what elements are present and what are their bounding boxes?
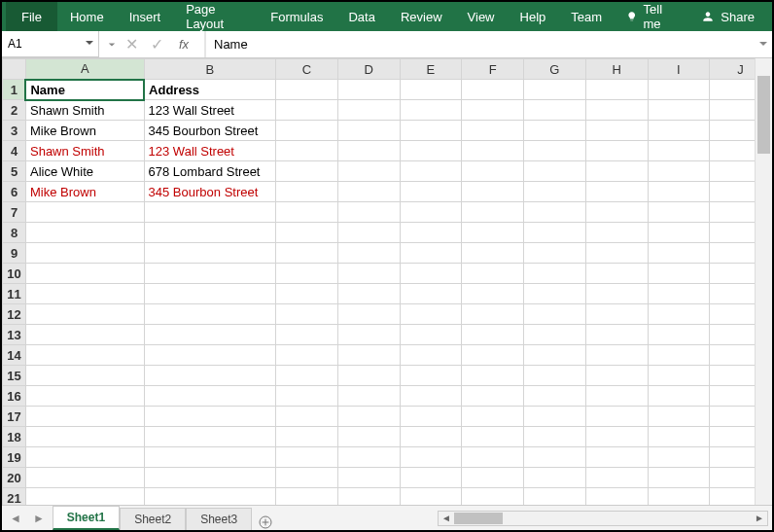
tell-me[interactable]: Tell me xyxy=(615,2,687,31)
cell-H11[interactable] xyxy=(585,284,648,304)
cell-D7[interactable] xyxy=(337,202,400,223)
cell-B12[interactable] xyxy=(144,304,276,325)
cell-D12[interactable] xyxy=(337,304,400,325)
cell-A13[interactable] xyxy=(25,325,144,345)
cell-E1[interactable] xyxy=(400,80,462,100)
cell-B7[interactable] xyxy=(144,202,276,223)
cell-H9[interactable] xyxy=(585,243,648,264)
cell-C18[interactable] xyxy=(276,427,338,447)
row-header-2[interactable]: 2 xyxy=(3,100,26,121)
cell-G9[interactable] xyxy=(524,243,586,264)
cell-C21[interactable] xyxy=(276,488,338,506)
cell-I11[interactable] xyxy=(648,284,710,304)
cell-H2[interactable] xyxy=(585,100,648,121)
cell-C12[interactable] xyxy=(276,304,338,325)
row-header-3[interactable]: 3 xyxy=(3,121,26,141)
cell-A14[interactable] xyxy=(25,345,144,366)
cell-H6[interactable] xyxy=(585,182,648,202)
cell-A18[interactable] xyxy=(25,427,144,447)
share-button[interactable]: Share xyxy=(687,10,768,24)
cell-E8[interactable] xyxy=(400,223,462,243)
cell-H19[interactable] xyxy=(585,447,648,468)
cell-E2[interactable] xyxy=(400,100,462,121)
cell-E17[interactable] xyxy=(400,407,462,427)
sheet-nav-next-icon[interactable]: ► xyxy=(33,512,45,525)
cell-B11[interactable] xyxy=(144,284,276,304)
cell-I14[interactable] xyxy=(648,345,710,366)
row-header-9[interactable]: 9 xyxy=(3,243,26,264)
cell-H8[interactable] xyxy=(585,223,648,243)
name-box-dropdown-icon[interactable] xyxy=(85,37,94,51)
cell-D14[interactable] xyxy=(337,345,400,366)
cell-E18[interactable] xyxy=(400,427,462,447)
cell-F21[interactable] xyxy=(462,488,524,506)
cell-F6[interactable] xyxy=(462,182,524,202)
cell-B17[interactable] xyxy=(144,407,276,427)
cell-D5[interactable] xyxy=(337,161,400,182)
cell-C14[interactable] xyxy=(276,345,338,366)
tab-help[interactable]: Help xyxy=(508,2,559,31)
cell-D2[interactable] xyxy=(337,100,400,121)
cell-H3[interactable] xyxy=(585,121,648,141)
add-sheet-button[interactable] xyxy=(252,514,279,530)
cell-A4[interactable]: Shawn Smith xyxy=(25,141,144,161)
cell-F5[interactable] xyxy=(462,161,524,182)
cell-D3[interactable] xyxy=(337,121,400,141)
name-box[interactable]: A1 xyxy=(2,31,99,57)
cell-F3[interactable] xyxy=(462,121,524,141)
spreadsheet-grid[interactable]: ABCDEFGHIJ1NameAddress2Shawn Smith123 Wa… xyxy=(2,58,772,505)
cell-G21[interactable] xyxy=(524,488,586,506)
cell-C2[interactable] xyxy=(276,100,338,121)
cell-G20[interactable] xyxy=(524,468,586,488)
cell-G7[interactable] xyxy=(524,202,586,223)
row-header-4[interactable]: 4 xyxy=(3,141,26,161)
cell-E4[interactable] xyxy=(400,141,462,161)
cell-G1[interactable] xyxy=(524,80,586,100)
cell-C13[interactable] xyxy=(276,325,338,345)
cell-I18[interactable] xyxy=(648,427,710,447)
cell-B18[interactable] xyxy=(144,427,276,447)
cell-I3[interactable] xyxy=(648,121,710,141)
cell-E9[interactable] xyxy=(400,243,462,264)
cell-H15[interactable] xyxy=(585,366,648,386)
cell-F17[interactable] xyxy=(462,407,524,427)
cell-C16[interactable] xyxy=(276,386,338,407)
row-header-1[interactable]: 1 xyxy=(3,80,26,100)
cell-B4[interactable]: 123 Wall Street xyxy=(144,141,276,161)
sheet-tab-3[interactable]: Sheet3 xyxy=(186,508,252,530)
cell-E19[interactable] xyxy=(400,447,462,468)
cell-E3[interactable] xyxy=(400,121,462,141)
cell-H17[interactable] xyxy=(585,407,648,427)
cell-C9[interactable] xyxy=(276,243,338,264)
cell-F11[interactable] xyxy=(462,284,524,304)
row-header-17[interactable]: 17 xyxy=(3,407,26,427)
cell-H5[interactable] xyxy=(585,161,648,182)
cell-D1[interactable] xyxy=(337,80,400,100)
cell-A15[interactable] xyxy=(25,366,144,386)
cell-G2[interactable] xyxy=(524,100,586,121)
cell-H1[interactable] xyxy=(585,80,648,100)
cell-H21[interactable] xyxy=(585,488,648,506)
horizontal-scrollbar[interactable]: ◄ ► xyxy=(438,511,768,526)
formula-dropdown-icon[interactable] xyxy=(105,41,119,49)
cell-F10[interactable] xyxy=(462,264,524,284)
cell-C11[interactable] xyxy=(276,284,338,304)
cell-D16[interactable] xyxy=(337,386,400,407)
cell-H10[interactable] xyxy=(585,264,648,284)
tab-data[interactable]: Data xyxy=(335,2,387,31)
row-header-10[interactable]: 10 xyxy=(3,264,26,284)
cell-D9[interactable] xyxy=(337,243,400,264)
cell-D15[interactable] xyxy=(337,366,400,386)
sheet-nav-prev-icon[interactable]: ◄ xyxy=(10,512,21,525)
cell-B16[interactable] xyxy=(144,386,276,407)
cell-I19[interactable] xyxy=(648,447,710,468)
cell-G18[interactable] xyxy=(524,427,586,447)
row-header-21[interactable]: 21 xyxy=(3,488,26,506)
cell-G17[interactable] xyxy=(524,407,586,427)
col-header-B[interactable]: B xyxy=(144,59,276,80)
cell-E12[interactable] xyxy=(400,304,462,325)
cell-I10[interactable] xyxy=(648,264,710,284)
cell-H18[interactable] xyxy=(585,427,648,447)
hscroll-right-icon[interactable]: ► xyxy=(752,513,767,523)
cancel-formula-icon[interactable]: ✕ xyxy=(119,31,144,57)
